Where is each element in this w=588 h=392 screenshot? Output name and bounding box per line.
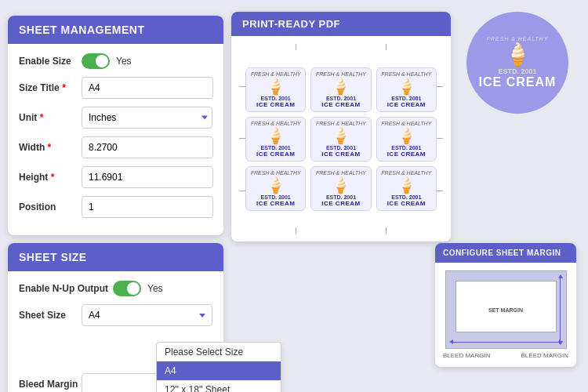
crop-mark-left-2 bbox=[239, 138, 245, 139]
ice-cream-icon-4: 🍦 bbox=[249, 126, 302, 145]
position-label: Position bbox=[19, 201, 82, 212]
margin-labels-row: BLEED MARGIN BLEED MARGIN bbox=[443, 352, 568, 359]
unit-row: Unit * Inches CM MM bbox=[19, 107, 212, 129]
enable-size-toggle-container: Yes bbox=[82, 53, 132, 69]
ice-cream-card-1: FRESH & HEALTHY 🍦 ESTD. 2001 ICE CREAM bbox=[245, 67, 306, 112]
ice-cream-icon-5: 🍦 bbox=[314, 126, 367, 145]
sheet-size-dropdown-menu: Please Select Size A4 12'' x 18'' Sheet bbox=[156, 342, 281, 392]
enable-nup-toggle-label: Yes bbox=[147, 283, 163, 294]
unit-select-wrapper: Inches CM MM bbox=[82, 107, 212, 129]
enable-nup-label: Enable N-Up Output bbox=[19, 283, 113, 294]
set-margin-label: SET MARGIN bbox=[488, 307, 523, 313]
product-fresh-label: FRESH & HEALTHY bbox=[486, 36, 548, 42]
sheet-management-header: SHEET MANAGEMENT bbox=[8, 16, 223, 44]
crop-mark-top-2 bbox=[386, 44, 387, 50]
enable-size-label: Enable Size bbox=[19, 56, 82, 67]
crop-mark-bottom-2 bbox=[386, 227, 387, 234]
sheet-size-row: Sheet Size A4 Please Select Size A4 12''… bbox=[19, 304, 212, 326]
sheet-size-header: SHEET SIZE bbox=[8, 243, 223, 271]
enable-nup-toggle-container: Yes bbox=[113, 281, 163, 296]
margin-horizontal-arrow bbox=[446, 339, 566, 344]
enable-size-toggle[interactable] bbox=[82, 53, 110, 69]
product-brand: ICE CREAM bbox=[479, 75, 557, 89]
arrow-line-h bbox=[453, 342, 559, 343]
configure-margin-header: CONFIGURE SHEET MARGIN bbox=[435, 243, 576, 263]
bleed-margin-right-label: BLEED MARGIN bbox=[521, 352, 568, 359]
size-title-row: Size Title * bbox=[19, 77, 212, 99]
enable-nup-toggle[interactable] bbox=[113, 281, 141, 296]
ice-cream-card-7: FRESH & HEALTHY 🍦 ESTD. 2001 ICE CREAM bbox=[245, 166, 306, 211]
dropdown-item-a4[interactable]: A4 bbox=[157, 361, 281, 380]
sheet-size-body: Enable N-Up Output Yes Sheet Size A4 Ple… bbox=[8, 271, 223, 392]
width-input[interactable] bbox=[82, 136, 213, 158]
sheet-size-title: SHEET SIZE bbox=[19, 251, 87, 263]
margin-diagram: SET MARGIN bbox=[445, 270, 567, 349]
unit-label: Unit * bbox=[19, 112, 82, 123]
arrow-line-v bbox=[560, 278, 561, 341]
ice-cream-card-5: FRESH & HEALTHY 🍦 ESTD. 2001 ICE CREAM bbox=[310, 117, 371, 162]
height-input[interactable] bbox=[82, 166, 213, 188]
sheet-management-title: SHEET MANAGEMENT bbox=[19, 24, 144, 36]
size-title-required: * bbox=[62, 82, 66, 93]
configure-margin-body: SET MARGIN BLEED MARGIN BLEED MARGIN bbox=[435, 263, 576, 367]
product-image: FRESH & HEALTHY 🍦 ESTD. 2001 ICE CREAM bbox=[466, 12, 576, 122]
width-row: Width * bbox=[19, 136, 212, 158]
bleed-margin-label: Bleed Margin bbox=[19, 379, 82, 390]
enable-size-toggle-label: Yes bbox=[116, 56, 132, 67]
crop-mark-left-3 bbox=[239, 191, 245, 191]
product-ice-cream-icon: 🍦 bbox=[504, 42, 532, 67]
ice-cream-icon-2: 🍦 bbox=[314, 77, 367, 96]
print-pdf-header: PRINT-READY PDF bbox=[231, 12, 451, 36]
configure-margin-panel: CONFIGURE SHEET MARGIN SET MARGIN BLEED … bbox=[435, 243, 576, 367]
crop-mark-right-3 bbox=[437, 191, 443, 191]
height-row: Height * bbox=[19, 166, 212, 188]
arrow-head-right bbox=[559, 339, 563, 344]
size-title-input[interactable] bbox=[82, 77, 213, 99]
sheet-management-body: Enable Size Yes Size Title * Unit * Inch… bbox=[8, 44, 223, 235]
ice-cream-card-4: FRESH & HEALTHY 🍦 ESTD. 2001 ICE CREAM bbox=[245, 117, 306, 162]
ice-cream-card-8: FRESH & HEALTHY 🍦 ESTD. 2001 ICE CREAM bbox=[310, 166, 371, 211]
sheet-size-dropdown-trigger[interactable]: A4 bbox=[82, 304, 212, 326]
ice-cream-icon-7: 🍦 bbox=[249, 176, 302, 194]
ice-cream-icon-6: 🍦 bbox=[380, 126, 433, 145]
unit-select[interactable]: Inches CM MM bbox=[82, 107, 212, 129]
position-input[interactable] bbox=[82, 196, 213, 218]
configure-margin-title: CONFIGURE SHEET MARGIN bbox=[443, 249, 561, 257]
sheet-size-field-label: Sheet Size bbox=[19, 310, 82, 321]
ice-cream-card-3: FRESH & HEALTHY 🍦 ESTD. 2001 ICE CREAM bbox=[376, 67, 437, 112]
sheet-management-panel: SHEET MANAGEMENT Enable Size Yes Size Ti… bbox=[8, 16, 223, 235]
sheet-size-value: A4 bbox=[89, 310, 199, 321]
margin-vertical-arrow bbox=[558, 271, 563, 348]
crop-mark-top-1 bbox=[296, 44, 296, 50]
unit-required: * bbox=[40, 112, 44, 123]
product-circle: FRESH & HEALTHY 🍦 ESTD. 2001 ICE CREAM bbox=[466, 12, 568, 114]
height-required: * bbox=[51, 172, 55, 183]
crop-mark-right-2 bbox=[437, 138, 443, 139]
enable-size-row: Enable Size Yes bbox=[19, 53, 212, 69]
ice-cream-card-2: FRESH & HEALTHY 🍦 ESTD. 2001 ICE CREAM bbox=[310, 67, 371, 112]
enable-nup-row: Enable N-Up Output Yes bbox=[19, 281, 212, 296]
print-pdf-title: PRINT-READY PDF bbox=[242, 18, 340, 30]
dropdown-item-please-select[interactable]: Please Select Size bbox=[157, 343, 281, 361]
dropdown-item-12x18[interactable]: 12'' x 18'' Sheet bbox=[157, 380, 281, 392]
height-label: Height * bbox=[19, 172, 82, 183]
ice-cream-icon-8: 🍦 bbox=[314, 176, 367, 194]
pdf-grid: FRESH & HEALTHY 🍦 ESTD. 2001 ICE CREAM F… bbox=[245, 67, 437, 211]
ice-cream-card-6: FRESH & HEALTHY 🍦 ESTD. 2001 ICE CREAM bbox=[376, 117, 437, 162]
bleed-margin-left-label: BLEED MARGIN bbox=[443, 352, 490, 359]
size-title-label: Size Title * bbox=[19, 82, 82, 93]
product-year: ESTD. 2001 bbox=[498, 67, 536, 75]
ice-cream-icon-3: 🍦 bbox=[380, 77, 433, 96]
sheet-size-dropdown-arrow bbox=[199, 314, 205, 318]
sheet-size-panel: SHEET SIZE Enable N-Up Output Yes Sheet … bbox=[8, 243, 223, 392]
ice-cream-icon-9: 🍦 bbox=[380, 176, 433, 194]
ice-cream-icon-1: 🍦 bbox=[249, 77, 302, 96]
position-row: Position bbox=[19, 196, 212, 218]
ice-cream-card-9: FRESH & HEALTHY 🍦 ESTD. 2001 ICE CREAM bbox=[376, 166, 437, 211]
width-required: * bbox=[48, 142, 52, 153]
width-label: Width * bbox=[19, 142, 82, 153]
sheet-size-select-wrapper: A4 Please Select Size A4 12'' x 18'' She… bbox=[82, 304, 212, 326]
print-pdf-body: FRESH & HEALTHY 🍦 ESTD. 2001 ICE CREAM F… bbox=[231, 36, 451, 241]
crop-mark-left-1 bbox=[239, 86, 245, 87]
crop-mark-bottom-1 bbox=[296, 227, 296, 234]
